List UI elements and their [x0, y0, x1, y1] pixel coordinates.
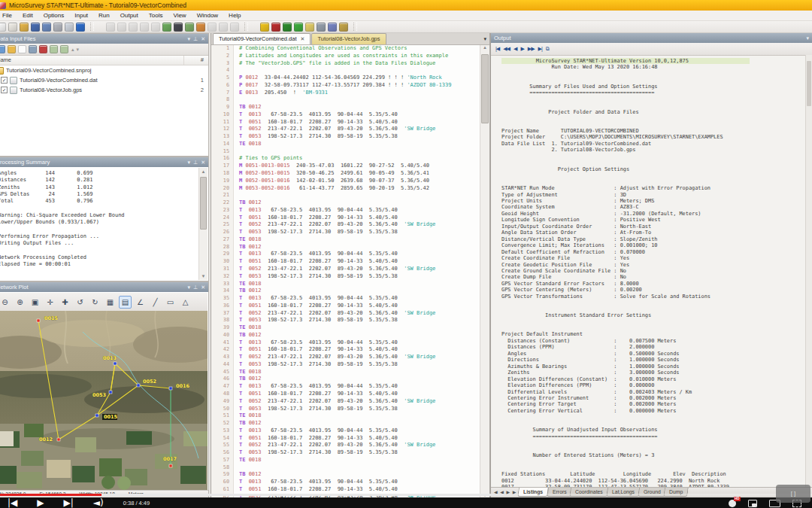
- tab-list-dropdown-icon[interactable]: ▾: [483, 36, 486, 42]
- print-plot-icon[interactable]: ▭: [164, 296, 177, 309]
- rotate-right-icon[interactable]: ↻: [89, 296, 102, 309]
- menu-help[interactable]: Help: [223, 11, 246, 20]
- opt-b-icon[interactable]: [219, 23, 228, 32]
- editor-line[interactable]: 55T 0052 213-47-22.1 2202.07 89-43-20 5.…: [211, 442, 480, 449]
- menu-output[interactable]: Output: [115, 11, 144, 20]
- editor-line[interactable]: 49T 0052 213-47-22.1 2202.07 89-43-20 5.…: [211, 398, 480, 406]
- column-number[interactable]: #: [184, 56, 208, 65]
- errors-icon[interactable]: [328, 23, 337, 32]
- editor-line[interactable]: 40TB 0012: [211, 332, 480, 339]
- menu-view[interactable]: View: [168, 11, 191, 20]
- save-all-icon[interactable]: [42, 23, 51, 32]
- move-up-icon[interactable]: ▴: [71, 47, 74, 53]
- zoom-in-icon[interactable]: ⊕: [14, 296, 26, 309]
- first-page-icon[interactable]: |◀: [495, 46, 499, 52]
- pan-icon[interactable]: ✛: [44, 296, 56, 309]
- remove-file-icon[interactable]: [39, 45, 47, 53]
- pin-icon[interactable]: ⊥: [193, 157, 198, 167]
- opt-a-icon[interactable]: [208, 23, 217, 32]
- pin-icon[interactable]: ⊥: [193, 282, 198, 292]
- close-tab-icon[interactable]: ✕: [301, 34, 305, 44]
- station-point[interactable]: [114, 362, 117, 365]
- next-button[interactable]: ▶|: [64, 497, 74, 508]
- file-row[interactable]: ✓Tutorial08-VectorJob.gps2: [0, 85, 208, 95]
- editor-line[interactable]: 26T 0053 198-52-17.3 2714.30 89-58-19 5.…: [211, 229, 480, 236]
- copy-icon[interactable]: [140, 23, 149, 32]
- zoom-extents-icon[interactable]: ✚: [59, 296, 71, 309]
- close-icon[interactable]: ✕: [201, 282, 205, 292]
- redo-icon[interactable]: [117, 23, 126, 32]
- editor-line[interactable]: 52TB 0012: [211, 420, 480, 427]
- dropdown-icon[interactable]: ▾: [188, 282, 191, 292]
- editor-line[interactable]: 30T 0051 160-18-01.7 2208.27 90-14-33 5.…: [211, 258, 480, 266]
- settings-icon[interactable]: HD: [729, 500, 736, 507]
- editor-line[interactable]: 50T 0053 198-52-17.3 2714.30 89-58-19 5.…: [211, 406, 480, 413]
- line-tool-icon[interactable]: ╱: [149, 296, 162, 309]
- editor-line[interactable]: 5P 0012 33-04-44.24402 112-54-36.04569 2…: [211, 75, 480, 82]
- send-icon[interactable]: [196, 23, 205, 32]
- editor-line[interactable]: 36T 0051 160-18-01.7 2208.27 90-14-33 5.…: [211, 303, 480, 310]
- output-header[interactable]: Output ▾: [491, 33, 812, 43]
- file-row[interactable]: ✓Tutorial09-VectorCombined.dat1: [0, 75, 208, 85]
- instrument-icon[interactable]: [283, 23, 292, 32]
- undo-icon[interactable]: [106, 23, 115, 32]
- editor-line[interactable]: 43T 0052 213-47-22.1 2202.07 89-43-20 5.…: [211, 354, 480, 361]
- file-list-icon[interactable]: [29, 45, 37, 53]
- zoom-out-icon[interactable]: ⊖: [0, 296, 11, 309]
- editor-line[interactable]: 29T 0013 67-58-23.5 4013.95 90-04-44 5.3…: [211, 251, 480, 258]
- editor-line[interactable]: 9TB 0012: [211, 104, 480, 111]
- network-plot-header[interactable]: Network Plot ▾⊥✕: [0, 282, 208, 292]
- scroll-up-icon[interactable]: ▲: [199, 168, 208, 175]
- editor-line[interactable]: 41T 0013 67-58-23.5 4013.95 90-04-44 5.3…: [211, 339, 480, 347]
- editor-line[interactable]: 17M 0051-0013-0015 240-35-47.03 1601.22 …: [211, 163, 480, 170]
- map-view[interactable]: 00150013005200160053001500120017: [0, 311, 208, 490]
- check-files-icon[interactable]: [0, 45, 5, 53]
- editor-line[interactable]: 54T 0051 160-18-01.7 2208.27 90-14-33 5.…: [211, 435, 480, 443]
- editor-line[interactable]: 11T 0051 160-18-01.7 2208.27 90-14-33 5.…: [211, 119, 480, 126]
- editor-line[interactable]: 46TB 0012: [211, 376, 480, 383]
- editor-line[interactable]: 12T 0052 213-47-22.1 2202.07 89-43-20 5.…: [211, 126, 480, 133]
- editor-line[interactable]: 2# Latitudes and Longitudes are used as …: [211, 53, 480, 60]
- editor-line[interactable]: 32T 0053 198-52-17.3 2714.30 89-58-19 5.…: [211, 273, 480, 281]
- menu-edit[interactable]: Edit: [17, 11, 38, 20]
- network-plot-map[interactable]: 00150013005200160053001500120017: [0, 311, 208, 490]
- file-checkbox[interactable]: ✓: [1, 77, 8, 84]
- editor-line[interactable]: 14TE 0018: [211, 141, 480, 148]
- background-image-icon[interactable]: ▤: [119, 296, 132, 309]
- move-out-icon[interactable]: [50, 45, 58, 53]
- export-icon[interactable]: [185, 23, 194, 32]
- editor-line[interactable]: 1# Combining Conventional Observations a…: [211, 45, 480, 53]
- editor-line[interactable]: 47T 0013 67-58-23.5 4013.95 90-04-44 5.3…: [211, 383, 480, 391]
- station-point[interactable]: [137, 384, 140, 387]
- editor-line[interactable]: 58: [211, 464, 480, 472]
- stop-icon[interactable]: [271, 23, 280, 32]
- editor-line[interactable]: 10T 0013 67-58-23.5 4013.95 90-04-44 5.3…: [211, 111, 480, 119]
- editor-line[interactable]: 15: [211, 148, 480, 156]
- file-checkbox[interactable]: ✓: [1, 87, 8, 93]
- editor-line[interactable]: 37T 0052 213-47-22.1 2202.07 89-43-20 5.…: [211, 310, 480, 318]
- dropdown-icon[interactable]: ▾: [806, 33, 809, 43]
- editor-line[interactable]: 57TE 0018: [211, 457, 480, 464]
- opt-c-icon[interactable]: [230, 23, 239, 32]
- editor-line[interactable]: 35T 0013 67-58-23.5 4013.95 90-04-44 5.3…: [211, 295, 480, 303]
- layers-icon[interactable]: ▦: [104, 296, 117, 309]
- dropdown-icon[interactable]: ▾: [188, 34, 191, 44]
- scrollbar-thumb[interactable]: [807, 61, 811, 106]
- miniplayer-icon[interactable]: [748, 500, 757, 507]
- open-file-icon[interactable]: [8, 45, 16, 53]
- fast-prev-icon[interactable]: ◀◀: [503, 46, 510, 52]
- output-scrollbar[interactable]: [805, 55, 812, 488]
- rotate-left-icon[interactable]: ↺: [74, 296, 86, 309]
- close-icon[interactable]: ✕: [201, 34, 205, 44]
- editor-tab[interactable]: Tutorial08-VectorJob.gps: [311, 33, 386, 44]
- new-file-icon[interactable]: [18, 45, 26, 53]
- last-page-icon[interactable]: ▶|: [538, 46, 542, 52]
- save-icon[interactable]: [31, 23, 40, 32]
- move-down-icon[interactable]: ▾: [77, 47, 80, 53]
- close-icon[interactable]: ✕: [201, 157, 205, 167]
- play-button[interactable]: ▶: [37, 497, 44, 508]
- editor-line[interactable]: 27TE 0018: [211, 236, 480, 244]
- editor-line[interactable]: 18M 0052-0051-0015 320-50-46.25 2499.61 …: [211, 170, 480, 178]
- editor-line[interactable]: 61T 0051 160-18-01.7 2208.27 90-14-33 5.…: [211, 486, 480, 494]
- next-icon[interactable]: ▶: [520, 46, 523, 52]
